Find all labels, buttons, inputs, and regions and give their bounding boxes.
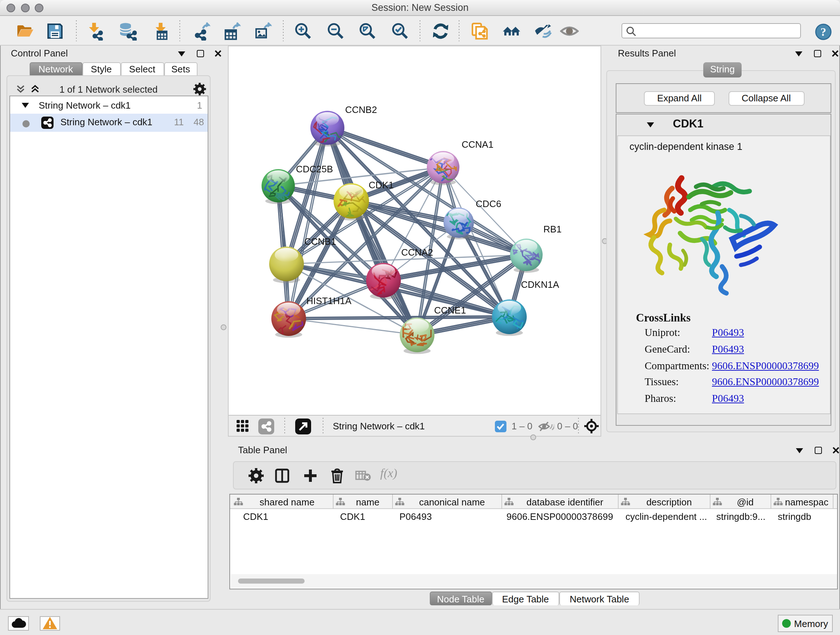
svg-text:CDC6: CDC6	[476, 198, 501, 209]
svg-text:CCNE1: CCNE1	[434, 305, 466, 316]
svg-text:RB1: RB1	[543, 224, 562, 234]
svg-text:CDKN1A: CDKN1A	[521, 279, 559, 290]
svg-text:?: ?	[821, 25, 826, 38]
svg-text:CCNA1: CCNA1	[462, 139, 493, 150]
svg-text:HIST1H1A: HIST1H1A	[306, 295, 352, 306]
svg-text:CCNB1: CCNB1	[304, 236, 336, 247]
svg-text:CDC25B: CDC25B	[296, 164, 333, 174]
svg-text:CDK1: CDK1	[369, 180, 393, 190]
svg-text:CCNB2: CCNB2	[345, 104, 377, 115]
svg-text:CCNA2: CCNA2	[401, 247, 433, 258]
